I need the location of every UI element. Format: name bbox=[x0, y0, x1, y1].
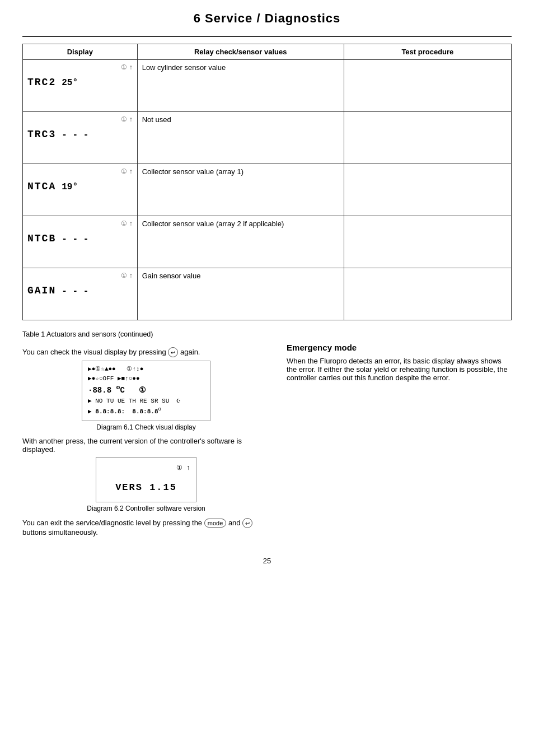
relay-cell-trc3: Not used bbox=[137, 112, 344, 164]
test-cell-ntcb bbox=[344, 216, 511, 268]
display-cell-trc3: ① ↑ TRC3 - - - bbox=[23, 112, 138, 164]
version-icon-row: ① ↑ bbox=[102, 463, 190, 474]
display-cell-gain: ① ↑ GAIN - - - bbox=[23, 268, 138, 320]
display-cell-trc2: ① ↑ TRC2 25° bbox=[23, 60, 138, 112]
display-icon-ntca: ① ↑ bbox=[121, 167, 132, 175]
para3: You can exit the service/diagnostic leve… bbox=[22, 518, 270, 536]
display-icon-ntcb: ① ↑ bbox=[121, 220, 132, 227]
table-note: Table 1 Actuators and sensors (continued… bbox=[22, 330, 512, 338]
display-icon-gain: ① ↑ bbox=[121, 272, 132, 279]
test-cell-ntca bbox=[344, 164, 511, 216]
diag-line-2: ▶●☆○OFF ▶■↑○●● bbox=[88, 374, 204, 384]
version-icon: ① ↑ bbox=[176, 464, 190, 472]
mode-button-label: mode bbox=[204, 519, 227, 528]
diagram-2-box: ① ↑ VERS 1.15 bbox=[96, 457, 196, 502]
test-cell-gain bbox=[344, 268, 511, 320]
lcd-label-trc3: TRC3 bbox=[27, 129, 56, 140]
test-cell-trc3 bbox=[344, 112, 511, 164]
lcd-label-trc2: TRC2 bbox=[27, 77, 56, 88]
bottom-left: You can check the visual display by pres… bbox=[22, 343, 270, 540]
lcd-label-ntcb: NTCB bbox=[27, 233, 56, 244]
bottom-section: You can check the visual display by pres… bbox=[22, 343, 512, 540]
lcd-label-gain: GAIN bbox=[27, 285, 56, 296]
diagram2-caption: Diagram 6.2 Controller software version bbox=[22, 505, 270, 512]
return-button-icon: ↩ bbox=[168, 347, 178, 357]
diag-line-5: ▶ 8.8:8.8: 8.8:8.8o bbox=[88, 405, 204, 416]
diagram-1-box: ▶●①☆▲●● ①↑↕● ▶●☆○OFF ▶■↑○●● ·88.8 oC ① ▶… bbox=[82, 361, 210, 421]
relay-cell-ntca: Collector sensor value (array 1) bbox=[137, 164, 344, 216]
display-icon-trc2: ① ↑ bbox=[121, 63, 132, 71]
table-row-trc3: ① ↑ TRC3 - - - Not used bbox=[23, 112, 512, 164]
col-header-display: Display bbox=[23, 44, 138, 60]
main-table: Display Relay check/sensor values Test p… bbox=[22, 44, 512, 320]
relay-cell-gain: Gain sensor value bbox=[137, 268, 344, 320]
diag-line-4: ▶ NO TU UE TH RE SR SU ☪ bbox=[88, 396, 204, 406]
table-row-ntca: ① ↑ NTCA 19° Collector sensor value (arr… bbox=[23, 164, 512, 216]
col-header-test: Test procedure bbox=[344, 44, 511, 60]
diag-line-3: ·88.8 oC ① bbox=[88, 383, 204, 396]
lcd-value-gain: - - - bbox=[62, 286, 88, 296]
para1: You can check the visual display by pres… bbox=[22, 347, 270, 357]
display-cell-ntca: ① ↑ NTCA 19° bbox=[23, 164, 138, 216]
emergency-text: When the Fluropro detects an error, its … bbox=[287, 357, 512, 382]
relay-cell-ntcb: Collector sensor value (array 2 if appli… bbox=[137, 216, 344, 268]
lcd-value-trc3: - - - bbox=[62, 130, 88, 140]
lcd-label-ntca: NTCA bbox=[27, 181, 56, 192]
emergency-title: Emergency mode bbox=[287, 343, 512, 352]
page-number: 25 bbox=[22, 557, 512, 565]
test-cell-trc2 bbox=[344, 60, 511, 112]
table-row-ntcb: ① ↑ NTCB - - - Collector sensor value (a… bbox=[23, 216, 512, 268]
table-row-gain: ① ↑ GAIN - - - Gain sensor value bbox=[23, 268, 512, 320]
table-row-trc2: ① ↑ TRC2 25° Low cylinder sensor value bbox=[23, 60, 512, 112]
emergency-section: Emergency mode When the Fluropro detects… bbox=[287, 343, 512, 540]
lcd-value-ntcb: - - - bbox=[62, 234, 88, 244]
display-icon-trc3: ① ↑ bbox=[121, 115, 132, 123]
diag-line-1: ▶●①☆▲●● ①↑↕● bbox=[88, 365, 204, 374]
lcd-value-trc2: 25° bbox=[62, 78, 78, 88]
return-button-icon-2: ↩ bbox=[242, 518, 252, 528]
version-text: VERS 1.15 bbox=[102, 480, 190, 495]
relay-cell-trc2: Low cylinder sensor value bbox=[137, 60, 344, 112]
col-header-relay: Relay check/sensor values bbox=[137, 44, 344, 60]
para2: With another press, the current version … bbox=[22, 437, 270, 454]
display-cell-ntcb: ① ↑ NTCB - - - bbox=[23, 216, 138, 268]
lcd-value-ntca: 19° bbox=[62, 182, 78, 192]
page-title: 6 Service / Diagnostics bbox=[22, 11, 512, 26]
diagram1-caption: Diagram 6.1 Check visual display bbox=[22, 423, 270, 431]
